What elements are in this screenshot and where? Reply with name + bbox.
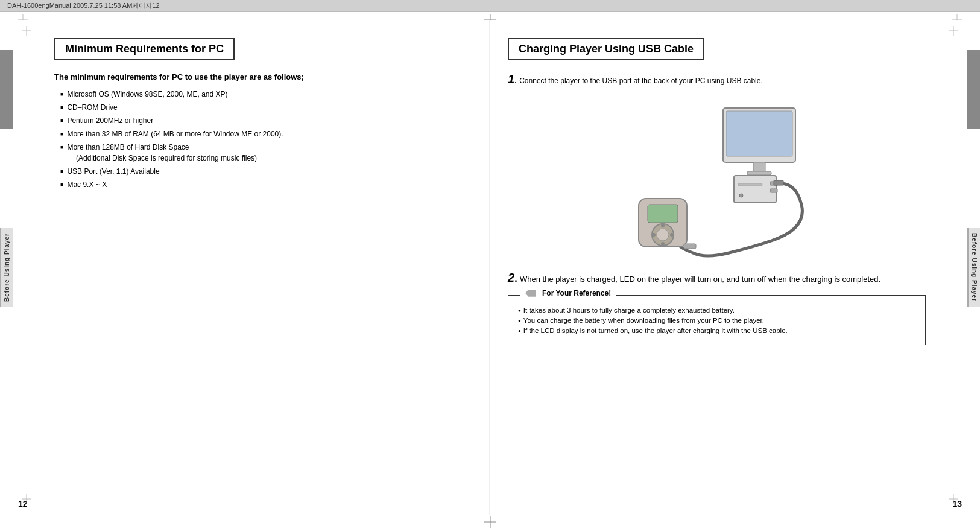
- reference-header: For Your Reference!: [520, 288, 616, 299]
- bottom-area: [0, 515, 980, 528]
- svg-point-28: [670, 233, 674, 237]
- right-side-tab: Before Using Player: [967, 228, 980, 307]
- svg-point-27: [652, 233, 656, 237]
- step1-text: Connect the player to the USB port at th…: [519, 77, 763, 85]
- gray-accent-bar-left: [0, 50, 13, 129]
- list-item: Microsoft OS (Windows 98SE, 2000, ME, an…: [60, 90, 471, 98]
- reference-title: For Your Reference!: [542, 289, 611, 297]
- page-wrapper: DAH-1600engManual 2005.7.25 11:58 AM페이지1…: [0, 0, 980, 528]
- svg-point-24: [657, 229, 669, 241]
- right-page: Before Using Player Charging Player Usin…: [490, 20, 980, 515]
- main-content: Before Using Player Minimum Requirements…: [0, 20, 980, 515]
- svg-point-25: [661, 224, 665, 227]
- reference-list: It takes about 3 hours to fully charge a…: [518, 303, 915, 334]
- reference-item: If the LCD display is not turned on, use…: [518, 327, 915, 334]
- step2-number: 2: [508, 271, 514, 284]
- usb-illustration-area: [508, 96, 926, 265]
- list-sub-item: (Additional Disk Space is required for s…: [60, 154, 471, 162]
- left-side-tab: Before Using Player: [0, 228, 13, 307]
- right-section-title: Charging Player Using USB Cable: [508, 38, 704, 60]
- reg-mark-corner-left: [22, 26, 31, 36]
- usb-charging-diagram: [621, 102, 814, 259]
- svg-rect-30: [774, 180, 783, 185]
- svg-rect-22: [648, 205, 678, 223]
- list-item: More than 32 MB of RAM (64 MB or more fo…: [60, 130, 471, 138]
- reg-mark-bottom: [484, 516, 496, 528]
- svg-rect-18: [770, 189, 777, 192]
- list-item: More than 128MB of Hard Disk Space: [60, 143, 471, 151]
- reference-item: It takes about 3 hours to fully charge a…: [518, 307, 915, 314]
- requirements-list: Microsoft OS (Windows 98SE, 2000, ME, an…: [54, 90, 471, 189]
- left-section-title: Minimum Requirements for PC: [54, 38, 235, 60]
- svg-rect-15: [747, 171, 771, 175]
- reg-mark-corner-right: [949, 26, 958, 36]
- intro-text: The minimum requirements for PC to use t…: [54, 72, 471, 81]
- gray-accent-bar-right: [967, 50, 980, 129]
- step-2: 2. When the player is charged, LED on th…: [508, 271, 926, 285]
- step-1: 1. Connect the player to the USB port at…: [508, 72, 926, 86]
- svg-point-20: [739, 194, 743, 197]
- step2-text: When the player is charged, LED on the p…: [520, 275, 880, 284]
- list-item: CD–ROM Drive: [60, 103, 471, 112]
- list-item: Mac 9.X ~ X: [60, 180, 471, 189]
- header-text: DAH-1600engManual 2005.7.25 11:58 AM페이지1…: [7, 1, 160, 10]
- svg-rect-29: [684, 244, 696, 249]
- svg-rect-19: [738, 183, 762, 186]
- step1-number: 1: [508, 72, 514, 86]
- svg-point-26: [661, 242, 665, 246]
- svg-rect-14: [753, 162, 765, 171]
- reference-item: You can charge the battery when download…: [518, 317, 915, 324]
- reg-mark-bottom-left: [22, 494, 31, 504]
- svg-rect-13: [726, 111, 792, 156]
- left-page: Before Using Player Minimum Requirements…: [0, 20, 490, 515]
- header-bar: DAH-1600engManual 2005.7.25 11:58 AM페이지1…: [0, 0, 980, 12]
- reference-box: For Your Reference! It takes about 3 hou…: [508, 295, 926, 345]
- list-item: Pentium 200MHz or higher: [60, 116, 471, 125]
- list-item: USB Port (Ver. 1.1) Available: [60, 167, 471, 176]
- reg-mark-bottom-right: [949, 494, 958, 504]
- svg-rect-16: [734, 176, 776, 203]
